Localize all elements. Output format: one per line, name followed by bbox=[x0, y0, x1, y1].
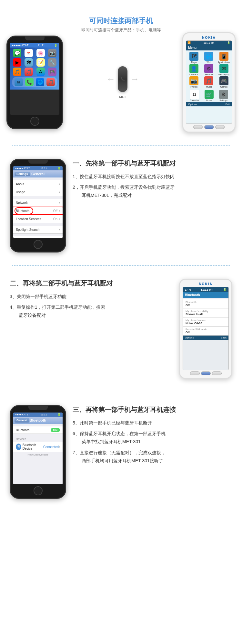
iphone-settings-device: ●●●●● AT&T 11:11 🔋 Settings General Abou… bbox=[10, 159, 66, 252]
settings-sep3 bbox=[13, 223, 63, 226]
bluetooth-value: Off bbox=[53, 209, 57, 213]
bt-sep1 bbox=[13, 424, 63, 426]
iphone-home-button[interactable] bbox=[30, 117, 39, 126]
games-icon: 🎮 bbox=[48, 68, 56, 76]
settings-sep1 bbox=[13, 177, 63, 180]
settings-status-bar: ●●●●● AT&T 11:11 🔋 bbox=[13, 166, 63, 170]
settings-row-about[interactable]: About › bbox=[13, 180, 63, 188]
about-label: About bbox=[16, 182, 24, 186]
phones-row: ●●●●● AT&T 11:11 🔋 💬 📅 🌸 📷 ▶ bbox=[6, 32, 236, 133]
nokia-bt-row4: Remote SIM mode Off bbox=[183, 327, 228, 336]
settings-row-bluetooth[interactable]: Bluetooth Off › bbox=[13, 207, 63, 215]
settings-row-usage[interactable]: Usage › bbox=[13, 188, 63, 196]
mail-icon: ✉ bbox=[15, 78, 23, 86]
nokia-bottom-bar: Options Exit bbox=[186, 102, 232, 106]
bt-sep2 bbox=[13, 434, 63, 436]
page-wrapper: 可同时连接两部手机 即同时可连接两个蓝牙产品：手机、电脑等 ●●●●● AT&T… bbox=[0, 0, 242, 505]
bt-device-row[interactable]: ℬ Bluetooth Device Connected › bbox=[13, 442, 63, 452]
nokia-row1-value: Off bbox=[186, 304, 226, 307]
arrow-left-icon: ← bbox=[106, 74, 115, 84]
iphone3-home-button[interactable] bbox=[34, 486, 43, 495]
nokia2-center-btn[interactable] bbox=[212, 371, 222, 375]
devices-section-label: Devices bbox=[13, 436, 63, 442]
appstore-icon: A bbox=[36, 68, 45, 76]
step2b-text: 耳机MET-301，完成配对 bbox=[73, 193, 132, 198]
step3-text: 3、关闭第一部手机蓝牙功能 bbox=[10, 294, 66, 299]
nokia-battery: 🔋 bbox=[227, 41, 230, 44]
nokia2-right-btn[interactable] bbox=[201, 371, 211, 375]
settings-row-autolock[interactable]: Auto-Lock 1 Minute › bbox=[13, 236, 63, 238]
iphone2-home-button[interactable] bbox=[34, 240, 43, 249]
nokia-screen: 📶 11:11 pm 🔋 Menu 🗺 Maps 🌐 Web bbox=[186, 40, 232, 124]
nokia-contacts-icon: 👤 Contacts bbox=[187, 64, 201, 76]
nokia-maps-icon: 🗺 Maps bbox=[187, 52, 201, 63]
section3-title: 二、再将第二部手机与蓝牙耳机配对 bbox=[10, 279, 173, 288]
bt-device-icon: ℬ bbox=[16, 444, 21, 450]
nokia-left-btn[interactable] bbox=[193, 125, 203, 129]
settings-row-network[interactable]: Network › bbox=[13, 199, 63, 207]
bt-carrier: ●●●●● AT&T bbox=[15, 413, 30, 416]
section2-text: 一、先将第一部手机与蓝牙耳机配对 1、按住蓝牙耳机接听按钮不放直至蓝色指示灯快闪… bbox=[73, 159, 232, 202]
location-label: Location Services bbox=[16, 217, 41, 221]
section3: 二、再将第二部手机与蓝牙耳机配对 3、关闭第一部手机蓝牙功能 4、重复操作1，打… bbox=[0, 272, 242, 385]
nokia-bt-title: Bluetooth bbox=[183, 292, 228, 298]
iphone-bt-back-button[interactable]: General bbox=[15, 418, 29, 423]
step6-text: 6、保持蓝牙耳机开启状态，在第一部蓝牙手机 bbox=[73, 431, 166, 436]
iphone-bt-inner: ●●●●● AT&T 11:11 🔋 General Bluetooth Blu… bbox=[13, 413, 63, 484]
nokia-apps-icon: 📱 Applications bbox=[217, 52, 231, 63]
iphone-bt-device: ●●●●● AT&T 11:11 🔋 General Bluetooth Blu… bbox=[10, 405, 66, 499]
time: 11:11 bbox=[38, 44, 45, 47]
network-label: Network bbox=[16, 201, 28, 205]
nokia-bt-device: NOKIA 1←0 11:11 pm 🔋 Bluetooth Bluetooth… bbox=[179, 279, 232, 379]
settings-row-spotlight[interactable]: Spotlight Search › bbox=[13, 226, 63, 234]
nokia-games-icon: 🎮 Games bbox=[217, 76, 231, 88]
nokia-bt-back: Back bbox=[221, 336, 227, 339]
nokia-messaging-icon: ✉ Messaging bbox=[217, 64, 231, 76]
youtube-icon: ▶ bbox=[13, 58, 21, 67]
section3-text: 二、再将第二部手机与蓝牙耳机配对 3、关闭第一部手机蓝牙功能 4、重复操作1，打… bbox=[10, 279, 173, 322]
settings-row-location[interactable]: Location Services On › bbox=[13, 215, 63, 223]
step1-text: 1、按住蓝牙耳机接听按钮不放直至蓝色指示灯快闪 bbox=[73, 174, 175, 179]
spotlight-arrow: › bbox=[59, 227, 60, 232]
step4: 4、重复操作1，打开第二部手机蓝牙功能，搜索 蓝牙设备配对 bbox=[10, 303, 173, 319]
step3: 3、关闭第一部手机蓝牙功能 bbox=[10, 293, 173, 301]
nokia-row3-label: My phone's name bbox=[186, 319, 226, 322]
nokia-options: Options bbox=[188, 103, 197, 106]
nokia-web-icon: 🌐 Web bbox=[202, 52, 216, 63]
bt-status-row[interactable]: Bluetooth ON bbox=[13, 426, 63, 434]
nokia-bt-row2: My phone's visibility Shown to all bbox=[183, 308, 228, 317]
step4b-text: 蓝牙设备配对 bbox=[10, 313, 46, 318]
nokia-bt-row1: Bluetooth Off bbox=[183, 299, 228, 308]
step6: 6、保持蓝牙耳机开启状态，在第一部蓝牙手机 菜单中找到蓝牙耳机MET-301 bbox=[73, 430, 232, 446]
photos-icon: 🌸 bbox=[36, 49, 45, 57]
iphone-bt-nav: General Bluetooth bbox=[13, 417, 63, 424]
section4-steps: 5、此时第一部手机已经与蓝牙耳机断开 6、保持蓝牙耳机开启状态，在第一部蓝牙手机… bbox=[73, 419, 232, 465]
nokia-row4-label: Remote SIM mode bbox=[186, 328, 226, 331]
nokia-row4-value: Off bbox=[186, 331, 226, 334]
nokia-bt-options: Options bbox=[185, 336, 194, 339]
bt-time: 11:11 bbox=[40, 413, 47, 416]
nokia2-left-btn[interactable] bbox=[190, 371, 200, 375]
nokia-bt-header: 1←0 11:11 pm 🔋 bbox=[183, 287, 228, 292]
nokia-center-btn[interactable] bbox=[215, 125, 225, 129]
messages-icon: 💬 bbox=[13, 49, 21, 57]
battery: 🔋 bbox=[54, 44, 57, 47]
nokia-bt-row3: My phone's name Nokia C6-00 bbox=[183, 317, 228, 327]
network-arrow: › bbox=[59, 200, 60, 205]
bt-device-label: MET bbox=[119, 95, 126, 99]
settings-nav: Settings General bbox=[13, 170, 63, 177]
settings-back-button[interactable]: Settings bbox=[15, 172, 30, 176]
divider3 bbox=[12, 392, 230, 392]
nokia-calendar-icon: 12 Calendar bbox=[190, 90, 199, 102]
itunes-icon: 🎵 bbox=[25, 68, 33, 76]
settings-sep4 bbox=[13, 234, 63, 236]
nokia-right-btn[interactable] bbox=[204, 125, 214, 129]
bt-device-status: Connected bbox=[43, 445, 59, 449]
divider1 bbox=[12, 145, 230, 146]
bluetooth-row-label: Bluetooth bbox=[16, 428, 29, 432]
bluetooth-arrow: › bbox=[59, 209, 60, 213]
section1-title: 可同时连接两部手机 bbox=[81, 16, 161, 26]
calendar-icon: 📅 bbox=[25, 49, 33, 57]
nokia-bt-battery: 🔋 bbox=[223, 288, 227, 291]
step7-text: 7、直接进行连接（无需配对），完成双连接， bbox=[73, 450, 166, 455]
